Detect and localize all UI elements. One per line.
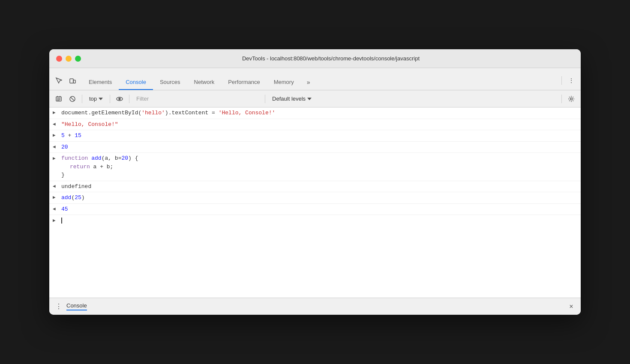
console-line-1: ▶ document.getElementById('hello').textC… xyxy=(49,107,581,119)
console-content-5: function add(a, b=20) { return a + b; } xyxy=(60,154,577,179)
toolbar-divider-2 xyxy=(110,95,110,103)
arrow-1: ▶ xyxy=(53,109,60,116)
console-line-2: ◀ "Hello, Console!" xyxy=(49,119,581,131)
tab-performance[interactable]: Performance xyxy=(221,75,267,90)
tab-list: Elements Console Sources Network Perform… xyxy=(82,75,560,90)
arrow-4: ◀ xyxy=(53,143,60,151)
svg-rect-0 xyxy=(70,79,73,83)
console-line-8: ◀ 45 xyxy=(49,204,581,215)
arrow-5: ▶ xyxy=(53,155,60,162)
minimize-button[interactable] xyxy=(66,56,72,62)
maximize-button[interactable] xyxy=(75,56,81,62)
tab-bar-tools xyxy=(53,75,78,90)
console-content-1: document.getElementById('hello').textCon… xyxy=(60,109,577,117)
console-line-3: ▶ 5 + 15 xyxy=(49,130,581,142)
device-toolbar-icon[interactable] xyxy=(66,75,78,87)
arrow-7: ▶ xyxy=(53,194,60,201)
tab-sources[interactable]: Sources xyxy=(153,75,187,90)
bottom-console-label: Console xyxy=(66,302,87,310)
svg-line-9 xyxy=(71,97,75,101)
console-content-6: undefined xyxy=(60,182,577,191)
bottom-bar: ⋮ Console × xyxy=(49,298,581,315)
console-content-3: 5 + 15 xyxy=(60,131,577,140)
console-line-4: ◀ 20 xyxy=(49,142,581,153)
block-icon[interactable] xyxy=(66,93,78,105)
arrow-2: ◀ xyxy=(53,120,60,128)
toolbar-divider-5 xyxy=(561,95,562,103)
toolbar-divider-1 xyxy=(82,95,82,103)
tab-elements[interactable]: Elements xyxy=(82,75,119,90)
devtools-window: DevTools - localhost:8080/web/tools/chro… xyxy=(49,49,581,315)
settings-icon[interactable] xyxy=(565,93,577,105)
filter-input[interactable] xyxy=(133,93,261,104)
console-content-2: "Hello, Console!" xyxy=(60,120,577,129)
tab-console[interactable]: Console xyxy=(119,75,153,90)
bottom-more-icon[interactable]: ⋮ xyxy=(54,302,63,311)
console-line-5: ▶ function add(a, b=20) { return a + b; … xyxy=(49,153,581,181)
svg-point-11 xyxy=(119,98,120,100)
arrow-input: ▶ xyxy=(53,217,60,224)
tab-bar-right: ⋮ xyxy=(560,75,577,90)
arrow-6: ◀ xyxy=(53,182,60,190)
toolbar-divider-4 xyxy=(265,95,265,103)
more-tabs-icon[interactable]: » xyxy=(303,78,315,90)
tab-bar: Elements Console Sources Network Perform… xyxy=(49,68,581,90)
clear-console-icon[interactable] xyxy=(53,93,65,105)
console-input-line[interactable]: ▶ xyxy=(49,215,581,226)
context-dropdown[interactable]: top xyxy=(86,94,106,104)
svg-point-12 xyxy=(570,98,573,100)
console-line-6: ◀ undefined xyxy=(49,181,581,193)
close-button[interactable] xyxy=(56,56,62,62)
cursor-area xyxy=(60,216,62,225)
svg-rect-1 xyxy=(73,80,75,83)
more-options-icon[interactable]: ⋮ xyxy=(565,75,577,87)
inspect-element-icon[interactable] xyxy=(53,75,65,87)
arrow-8: ◀ xyxy=(53,205,60,213)
toolbar-divider-3 xyxy=(129,95,129,103)
console-content-8: 45 xyxy=(60,205,577,214)
tab-network[interactable]: Network xyxy=(187,75,222,90)
console-line-7: ▶ add(25) xyxy=(49,192,581,204)
bottom-close-button[interactable]: × xyxy=(567,302,576,311)
window-title: DevTools - localhost:8080/web/tools/chro… xyxy=(88,55,574,62)
console-area[interactable]: ▶ document.getElementById('hello').textC… xyxy=(49,107,581,298)
console-content-4: 20 xyxy=(60,143,577,152)
tab-memory[interactable]: Memory xyxy=(267,75,301,90)
traffic-lights xyxy=(56,56,81,62)
eye-icon[interactable] xyxy=(114,93,126,105)
levels-dropdown[interactable]: Default levels xyxy=(269,94,315,104)
console-content-7: add(25) xyxy=(60,194,577,202)
arrow-3: ▶ xyxy=(53,131,60,139)
title-bar: DevTools - localhost:8080/web/tools/chro… xyxy=(49,49,581,68)
console-toolbar: top Default levels xyxy=(49,90,581,107)
